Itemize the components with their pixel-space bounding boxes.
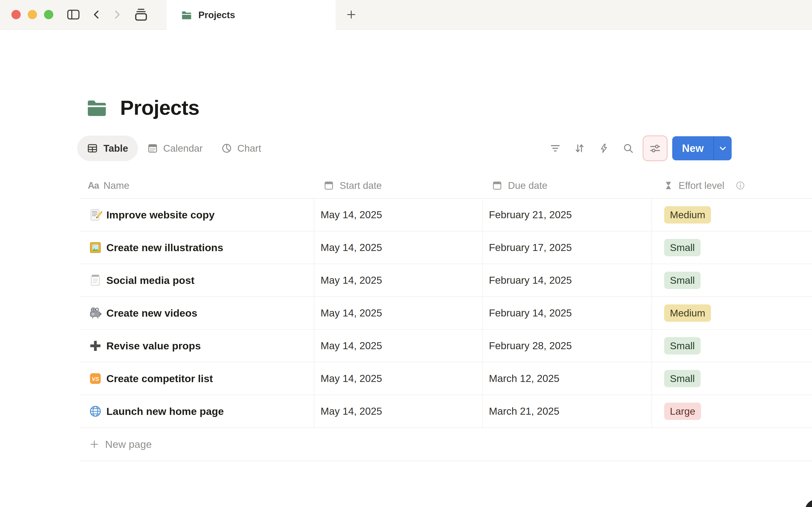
framed-picture-icon [89, 241, 102, 255]
effort-cell[interactable]: Small [652, 231, 812, 264]
tabs-stack-icon[interactable] [134, 8, 148, 21]
name-cell[interactable]: Create new videos [79, 297, 314, 329]
due-date-cell[interactable]: March 12, 2025 [482, 362, 652, 395]
column-label: Name [103, 180, 130, 191]
table-row[interactable]: VS Create competitor list May 14, 2025 M… [79, 362, 812, 395]
close-window-button[interactable] [11, 10, 21, 19]
calendar-icon [323, 180, 334, 191]
sort-icon[interactable] [574, 143, 585, 154]
column-header-name[interactable]: Aa Name [79, 173, 314, 198]
effort-badge: Small [664, 370, 701, 387]
plus-icon [90, 439, 99, 449]
effort-cell[interactable]: Large [652, 395, 812, 427]
effort-cell[interactable]: Medium [652, 297, 812, 329]
due-date-cell[interactable]: February 17, 2025 [482, 231, 652, 264]
effort-badge: Small [664, 337, 701, 354]
start-date-cell[interactable]: May 14, 2025 [314, 199, 482, 231]
due-date-cell[interactable]: March 21, 2025 [482, 395, 652, 427]
sidebar-toggle-icon[interactable] [67, 9, 80, 20]
effort-badge: Medium [664, 304, 711, 322]
table-body: Improve website copy May 14, 2025 Februa… [79, 199, 812, 428]
forward-icon[interactable] [112, 9, 122, 20]
column-header-due-date[interactable]: Due date [482, 173, 652, 198]
row-name: Revise value props [106, 340, 201, 352]
zoom-window-button[interactable] [44, 10, 53, 19]
text-property-icon: Aa [88, 180, 99, 191]
automations-lightning-icon[interactable] [599, 143, 609, 154]
new-page-button[interactable]: New page [79, 428, 812, 461]
new-button-group: New [672, 136, 732, 160]
table-row[interactable]: Improve website copy May 14, 2025 Februa… [79, 199, 812, 231]
row-name: Launch new home page [106, 405, 224, 417]
effort-cell[interactable]: Small [652, 330, 812, 362]
folder-icon [181, 9, 193, 21]
film-projector-icon [89, 306, 102, 320]
heavy-plus-icon [89, 339, 102, 352]
start-date-cell[interactable]: May 14, 2025 [314, 330, 482, 362]
start-date-cell[interactable]: May 14, 2025 [314, 362, 482, 395]
view-label: Table [103, 143, 128, 154]
sliders-icon [649, 142, 661, 155]
due-date-cell[interactable]: February 14, 2025 [482, 297, 652, 329]
page-header: Projects [85, 96, 812, 119]
name-cell[interactable]: Create new illustrations [79, 231, 314, 264]
new-tab-button[interactable] [344, 0, 358, 29]
name-cell[interactable]: Launch new home page [79, 395, 314, 427]
name-cell[interactable]: VS Create competitor list [79, 362, 314, 395]
browser-tab-projects[interactable]: Projects [167, 0, 336, 30]
due-date-cell[interactable]: February 14, 2025 [482, 264, 652, 296]
new-button[interactable]: New [672, 136, 713, 160]
chevron-down-icon [718, 144, 728, 153]
column-label: Due date [508, 180, 548, 191]
table-view-icon [87, 143, 98, 154]
column-label: Effort level [678, 180, 724, 191]
name-cell[interactable]: Improve website copy [79, 199, 314, 231]
info-icon[interactable] [735, 181, 745, 190]
table-header-row: Aa Name Start date Due date Effort leve [79, 173, 812, 199]
projects-table: Aa Name Start date Due date Effort leve [79, 173, 812, 461]
filter-icon[interactable] [550, 144, 561, 153]
page-title[interactable]: Projects [120, 97, 199, 118]
globe-icon [89, 404, 102, 418]
effort-cell[interactable]: Small [652, 264, 812, 296]
view-label: Chart [237, 143, 261, 154]
row-name: Create new videos [106, 307, 197, 319]
column-header-start-date[interactable]: Start date [314, 173, 482, 198]
search-icon[interactable] [623, 143, 634, 154]
table-row[interactable]: Create new videos May 14, 2025 February … [79, 297, 812, 330]
vs-button-icon: VS [89, 372, 102, 385]
view-settings-button[interactable] [643, 135, 668, 161]
tab-view-table[interactable]: Table [77, 135, 138, 161]
start-date-cell[interactable]: May 14, 2025 [314, 231, 482, 264]
row-name: Improve website copy [106, 209, 215, 221]
view-label: Calendar [163, 143, 203, 154]
calendar-icon [492, 180, 502, 191]
tab-view-chart[interactable]: Chart [221, 143, 261, 154]
tab-view-calendar[interactable]: Calendar [147, 143, 203, 154]
table-row[interactable]: Launch new home page May 14, 2025 March … [79, 395, 812, 428]
name-cell[interactable]: Revise value props [79, 330, 314, 362]
start-date-cell[interactable]: May 14, 2025 [314, 297, 482, 329]
effort-badge: Large [664, 403, 701, 420]
name-cell[interactable]: Social media post [79, 264, 314, 296]
calendar-view-icon [147, 143, 158, 154]
due-date-cell[interactable]: February 21, 2025 [482, 199, 652, 231]
due-date-cell[interactable]: February 28, 2025 [482, 330, 652, 362]
effort-cell[interactable]: Small [652, 362, 812, 395]
back-icon[interactable] [91, 9, 101, 20]
new-button-dropdown[interactable] [714, 136, 732, 160]
table-row[interactable]: Social media post May 14, 2025 February … [79, 264, 812, 297]
view-toolbar: Table Calendar Chart [77, 135, 732, 161]
table-row[interactable]: Create new illustrations May 14, 2025 Fe… [79, 231, 812, 264]
table-row[interactable]: Revise value props May 14, 2025 February… [79, 330, 812, 362]
svg-text:VS: VS [92, 376, 99, 382]
start-date-cell[interactable]: May 14, 2025 [314, 395, 482, 427]
minimize-window-button[interactable] [28, 10, 37, 19]
titlebar: Projects [0, 0, 812, 30]
new-button-label: New [682, 142, 704, 155]
row-name: Social media post [106, 274, 195, 286]
start-date-cell[interactable]: May 14, 2025 [314, 264, 482, 296]
help-button[interactable] [805, 500, 812, 507]
effort-cell[interactable]: Medium [652, 199, 812, 231]
column-header-effort-level[interactable]: Effort level [652, 173, 812, 198]
